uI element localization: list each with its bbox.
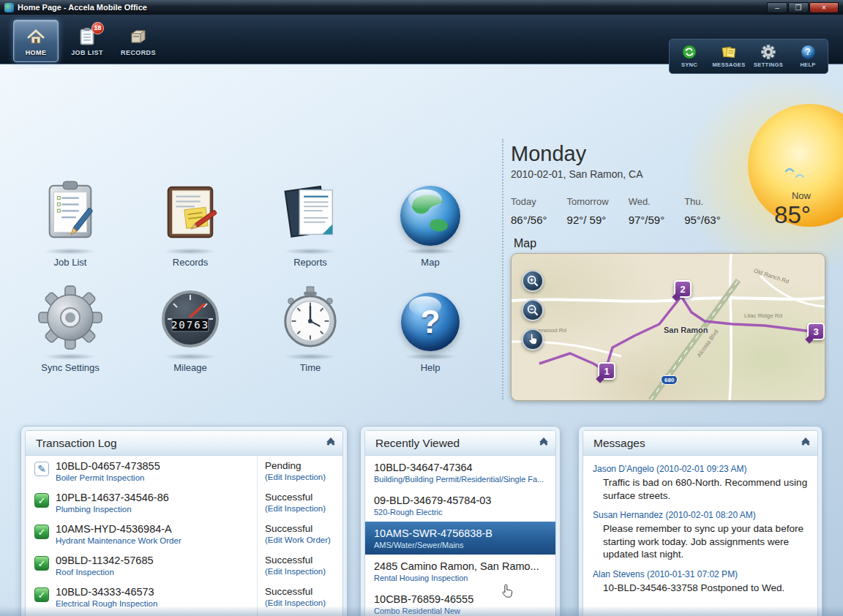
launcher-reports[interactable]: Reports	[250, 162, 370, 268]
record-id: 10AMS-HYD-4536984-A	[56, 523, 258, 535]
message-sender: Alan Stevens (2010-01-31 07:02 PM)	[593, 569, 808, 579]
launcher-label: Reports	[293, 257, 327, 268]
transaction-row[interactable]: ✓ 09BLD-11342-57685 Roof Inspection Succ…	[26, 550, 342, 582]
transaction-status: Pending	[265, 460, 340, 471]
forecast-today: Today 86°/56°	[511, 196, 547, 226]
record-desc[interactable]: Hydrant Maintenance Work Order	[56, 536, 258, 545]
zoom-out-button[interactable]	[522, 299, 544, 321]
recent-item-selected[interactable]: 10AMS-SWR-4756838-B AMS/Water/Sewer/Main…	[365, 522, 555, 555]
forecast-tomorrow: Tomorrow 92°/ 59°	[567, 196, 609, 226]
transaction-row[interactable]: ✓ 10BLD-34333-46573 Electrical Rough Ins…	[26, 582, 342, 613]
collapse-icon[interactable]	[541, 439, 547, 447]
sync-button[interactable]: SYNC	[670, 45, 708, 68]
launcher-label: Mileage	[173, 362, 207, 373]
messages-body: Jason D'Angelo (2010-02-01 09:23 AM) Tra…	[583, 456, 817, 616]
edit-link[interactable]: (Edit Work Order)	[265, 536, 340, 544]
vertical-separator	[502, 139, 503, 399]
reports-icon	[278, 176, 342, 246]
record-id: 10PLB-14637-34546-86	[56, 492, 258, 503]
icon-shadow	[284, 353, 337, 360]
record-desc[interactable]: Roof Inspection	[56, 568, 258, 576]
recent-item[interactable]: 09-BLD-34679-45784-03 520-Rough Electric	[365, 489, 555, 522]
launcher-job-list[interactable]: Job List	[10, 162, 130, 268]
message-body: Please remember to sync up your data bef…	[603, 522, 808, 561]
transaction-status: Successful	[265, 555, 340, 566]
help-button[interactable]: ? HELP	[789, 45, 827, 68]
map-marker-3[interactable]: 3	[807, 323, 825, 340]
recently-viewed-header: Recently Viewed	[365, 431, 555, 456]
tab-records[interactable]: RECORDS	[116, 20, 161, 62]
messages-button[interactable]: MESSAGES	[710, 45, 748, 68]
panel-title: Messages	[593, 437, 645, 450]
launcher-label: Job List	[54, 257, 87, 268]
icon-shadow	[284, 248, 337, 255]
launcher-records[interactable]: Records	[130, 162, 250, 268]
tab-home[interactable]: HOME	[13, 20, 59, 62]
transaction-row[interactable]: ✎ 10BLD-04657-473855 Boiler Permit Inspe…	[26, 456, 342, 487]
record-id: 10BLD-04657-473855	[56, 460, 258, 472]
launcher-help[interactable]: ? Help	[370, 268, 490, 373]
weather-date-location: 2010-02-01, San Ramon, CA	[511, 168, 828, 180]
tab-home-label: HOME	[26, 49, 47, 56]
icon-shadow	[44, 353, 97, 360]
transaction-row[interactable]: ✓ 10PLB-14637-34546-86 Plumbing Inspecti…	[26, 487, 342, 519]
launcher-label: Records	[173, 257, 208, 268]
message-item: Alan Stevens (2010-01-31 07:02 PM) 10-BL…	[583, 561, 817, 595]
status-icon: ✓	[34, 525, 49, 539]
content-area: Job List	[0, 64, 843, 616]
icon-shadow	[44, 248, 97, 255]
tab-job-list-label: JOB LIST	[71, 49, 103, 56]
forecast-wed: Wed. 97°/59°	[629, 196, 665, 226]
forecast-thu: Thu. 95°/63°	[684, 196, 721, 226]
record-desc[interactable]: Plumbing Inspection	[56, 505, 258, 514]
job-list-tab-icon: 18	[76, 26, 98, 47]
record-desc[interactable]: Electrical Rough Inspection	[56, 599, 258, 608]
map[interactable]: San Ramon Lilac Ridge Rd Deerwood Rd Alc…	[511, 253, 825, 401]
transaction-row[interactable]: ✓ 10AMS-HYD-4536984-A Hydrant Maintenanc…	[26, 519, 342, 550]
zoom-in-button[interactable]	[522, 270, 544, 292]
collapse-icon[interactable]	[803, 439, 809, 447]
map-marker-2[interactable]: 2	[674, 280, 692, 298]
launcher-map[interactable]: Map	[370, 162, 490, 268]
transaction-log-panel: Transaction Log ✎ 10BLD-04657-473855 Boi…	[20, 426, 348, 616]
edit-link[interactable]: (Edit Inspection)	[265, 598, 340, 607]
cursor-hand-icon	[501, 584, 514, 599]
recent-item[interactable]: 2485 Camino Ramon, San Ramo... Rental Ho…	[365, 555, 555, 587]
panel-title: Transaction Log	[36, 437, 117, 450]
sync-settings-gear-icon	[37, 281, 104, 351]
settings-button[interactable]: SETTINGS	[749, 45, 787, 68]
pan-button[interactable]	[522, 328, 544, 350]
recently-viewed-body: 10BLD-34647-47364 Building/Building Perm…	[365, 456, 555, 616]
launcher-sync-settings[interactable]: Sync Settings	[10, 268, 130, 373]
mileage-odometer-icon: 20763	[157, 281, 223, 351]
highway-shield: 680	[661, 375, 678, 385]
transaction-status: Successful	[265, 492, 340, 503]
map-globe-icon	[400, 176, 460, 246]
minimize-button[interactable]: –	[767, 2, 787, 13]
close-button[interactable]: ×	[809, 2, 839, 13]
nav-action-cluster: SYNC MESSAGES	[669, 39, 828, 74]
edit-link[interactable]: (Edit Inspection)	[265, 504, 340, 513]
launcher-grid: Job List	[10, 162, 493, 373]
edit-link[interactable]: (Edit Inspection)	[265, 567, 340, 576]
recent-item[interactable]: 10CBB-76859-46555 Combo Residential New	[365, 587, 555, 616]
edit-link[interactable]: (Edit Inspection)	[265, 473, 340, 481]
maximize-button[interactable]: ❐	[788, 2, 809, 13]
launcher-mileage[interactable]: 20763 Mileage	[130, 268, 250, 373]
icon-shadow	[164, 353, 217, 360]
message-sender: Susan Hernandez (2010-02-01 08:20 AM)	[593, 510, 808, 520]
titlebar: Home Page - Accela Mobile Office – ❐ ×	[0, 0, 843, 15]
collapse-icon[interactable]	[328, 439, 334, 447]
message-sender: Jason D'Angelo (2010-02-01 09:23 AM)	[593, 464, 808, 474]
recent-item[interactable]: 10BLD-34647-47364 Building/Building Perm…	[365, 456, 555, 489]
tab-records-label: RECORDS	[121, 49, 156, 56]
icon-shadow	[404, 353, 457, 360]
record-desc[interactable]: Boiler Permit Inspection	[56, 473, 258, 482]
panel-title: Recently Viewed	[375, 437, 460, 450]
tab-job-list[interactable]: 18 JOB LIST	[64, 20, 110, 62]
weather-now: Now 85°	[774, 190, 811, 229]
record-id: 09BLD-11342-57685	[56, 555, 258, 566]
icon-shadow	[164, 248, 217, 255]
map-marker-1[interactable]: 1	[598, 362, 615, 380]
launcher-time[interactable]: Time	[250, 268, 370, 373]
